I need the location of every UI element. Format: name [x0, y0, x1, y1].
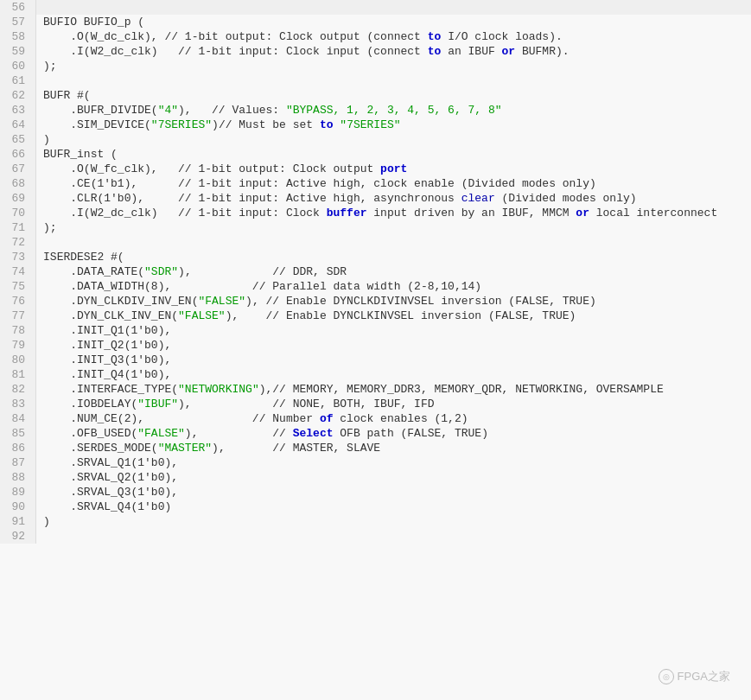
table-row: 56	[0, 0, 751, 15]
line-number: 68	[0, 176, 36, 191]
line-number: 58	[0, 29, 36, 44]
line-content: .SERDES_MODE("MASTER"), // MASTER, SLAVE	[36, 441, 751, 455]
table-row: 77 .DYN_CLK_INV_EN("FALSE"), // Enable D…	[0, 309, 751, 323]
line-content: BUFR_inst (	[36, 147, 751, 162]
code-token: ), // NONE, BOTH, IBUF, IFD	[178, 398, 434, 410]
line-number: 63	[0, 103, 36, 118]
line-number: 85	[0, 426, 36, 441]
line-number: 76	[0, 294, 36, 309]
code-token: );	[43, 60, 57, 73]
code-token: port	[380, 162, 407, 175]
code-token: ), // Enable DYNCLKINVSEL inversion (FAL…	[226, 309, 576, 322]
code-token: input driven by an IBUF, MMCM	[367, 207, 576, 220]
code-token: "IBUF"	[137, 398, 178, 410]
code-token: .O(W_fc_clk), // 1-bit output: Clock out…	[43, 162, 380, 175]
line-number: 88	[0, 470, 36, 485]
table-row: 91)	[0, 514, 751, 529]
table-row: 84 .NUM_CE(2), // Number of clock enable…	[0, 411, 751, 426]
line-content: .IOBDELAY("IBUF"), // NONE, BOTH, IBUF, …	[36, 397, 751, 411]
watermark-icon: ◎	[659, 669, 674, 684]
table-row: 82 .INTERFACE_TYPE("NETWORKING"),// MEMO…	[0, 382, 751, 397]
line-content: BUFIO BUFIO_p (	[36, 15, 751, 29]
code-token: "7SERIES"	[151, 118, 212, 131]
line-number: 87	[0, 455, 36, 470]
table-row: 87 .SRVAL_Q1(1'b0),	[0, 455, 751, 470]
code-token: of	[320, 412, 334, 425]
table-row: 68 .CE(1'b1), // 1-bit input: Active hig…	[0, 176, 751, 191]
code-token: )	[43, 515, 50, 528]
table-row: 92	[0, 529, 751, 544]
line-content: .O(W_fc_clk), // 1-bit output: Clock out…	[36, 162, 751, 176]
code-table: 56 57BUFIO BUFIO_p (58 .O(W_dc_clk), // …	[0, 0, 751, 544]
code-token: )// Must be set	[212, 118, 320, 131]
code-token: .IOBDELAY(	[43, 398, 137, 410]
code-token: .BUFR_DIVIDE(	[43, 104, 158, 117]
table-row: 75 .DATA_WIDTH(8), // Parallel data widt…	[0, 279, 751, 294]
table-row: 83 .IOBDELAY("IBUF"), // NONE, BOTH, IBU…	[0, 397, 751, 411]
code-token: .INIT_Q3(1'b0),	[43, 353, 171, 366]
line-number: 83	[0, 397, 36, 411]
code-token: .DATA_RATE(	[43, 265, 144, 278]
table-row: 76 .DYN_CLKDIV_INV_EN("FALSE"), // Enabl…	[0, 294, 751, 309]
line-content: .CLR(1'b0), // 1-bit input: Active high,…	[36, 191, 751, 206]
watermark-text: FPGA之家	[678, 669, 730, 684]
line-number: 78	[0, 323, 36, 338]
table-row: 74 .DATA_RATE("SDR"), // DDR, SDR	[0, 264, 751, 279]
code-token: .OFB_USED(	[43, 427, 137, 440]
table-row: 85 .OFB_USED("FALSE"), // Select OFB pat…	[0, 426, 751, 441]
table-row: 58 .O(W_dc_clk), // 1-bit output: Clock …	[0, 29, 751, 44]
code-token: .CLR(1'b0), // 1-bit input: Active high,…	[43, 192, 461, 205]
code-token: or	[502, 45, 516, 58]
line-content: .INTERFACE_TYPE("NETWORKING"),// MEMORY,…	[36, 382, 751, 397]
line-content	[36, 235, 751, 250]
line-number: 71	[0, 220, 36, 235]
line-content: ISERDESE2 #(	[36, 250, 751, 264]
line-number: 84	[0, 411, 36, 426]
line-content: .INIT_Q2(1'b0),	[36, 338, 751, 353]
code-token: ), //	[185, 427, 293, 440]
line-content: .DATA_RATE("SDR"), // DDR, SDR	[36, 264, 751, 279]
line-content: .SRVAL_Q1(1'b0),	[36, 455, 751, 470]
code-token: BUFR_inst (	[43, 148, 118, 161]
code-token: "NETWORKING"	[178, 383, 259, 396]
line-number: 90	[0, 500, 36, 514]
table-row: 60);	[0, 59, 751, 73]
line-number: 56	[0, 0, 36, 15]
code-token: ), // MASTER, SLAVE	[212, 442, 380, 455]
line-content	[36, 529, 751, 544]
line-content: .INIT_Q4(1'b0),	[36, 367, 751, 382]
line-number: 80	[0, 353, 36, 367]
line-number: 59	[0, 44, 36, 59]
code-token: .SERDES_MODE(	[43, 442, 158, 455]
line-number: 81	[0, 367, 36, 382]
line-number: 89	[0, 485, 36, 500]
line-number: 91	[0, 514, 36, 529]
line-number: 82	[0, 382, 36, 397]
line-number: 67	[0, 162, 36, 176]
code-token: ), // Values:	[178, 104, 286, 117]
code-token: ), // DDR, SDR	[178, 265, 347, 278]
code-token: "FALSE"	[178, 309, 226, 322]
table-row: 62BUFR #(	[0, 88, 751, 103]
table-row: 86 .SERDES_MODE("MASTER"), // MASTER, SL…	[0, 441, 751, 455]
code-token: (Divided modes only)	[495, 192, 637, 205]
table-row: 64 .SIM_DEVICE("7SERIES")// Must be set …	[0, 118, 751, 132]
line-content: .DATA_WIDTH(8), // Parallel data width (…	[36, 279, 751, 294]
table-row: 65)	[0, 132, 751, 147]
code-token: .NUM_CE(2), // Number	[43, 412, 320, 425]
table-row: 71);	[0, 220, 751, 235]
code-token: .DYN_CLKDIV_INV_EN(	[43, 295, 198, 308]
line-content: .NUM_CE(2), // Number of clock enables (…	[36, 411, 751, 426]
table-row: 90 .SRVAL_Q4(1'b0)	[0, 500, 751, 514]
table-row: 80 .INIT_Q3(1'b0),	[0, 353, 751, 367]
code-token: .SRVAL_Q4(1'b0)	[43, 500, 171, 513]
code-token: "SDR"	[144, 265, 178, 278]
line-content: )	[36, 514, 751, 529]
table-row: 78 .INIT_Q1(1'b0),	[0, 323, 751, 338]
line-content: .INIT_Q1(1'b0),	[36, 323, 751, 338]
code-token: .I(W2_dc_clk) // 1-bit input: Clock inpu…	[43, 45, 428, 58]
line-content: .SRVAL_Q4(1'b0)	[36, 500, 751, 514]
line-content: .O(W_dc_clk), // 1-bit output: Clock out…	[36, 29, 751, 44]
code-token: );	[43, 221, 57, 234]
table-row: 57BUFIO BUFIO_p (	[0, 15, 751, 29]
